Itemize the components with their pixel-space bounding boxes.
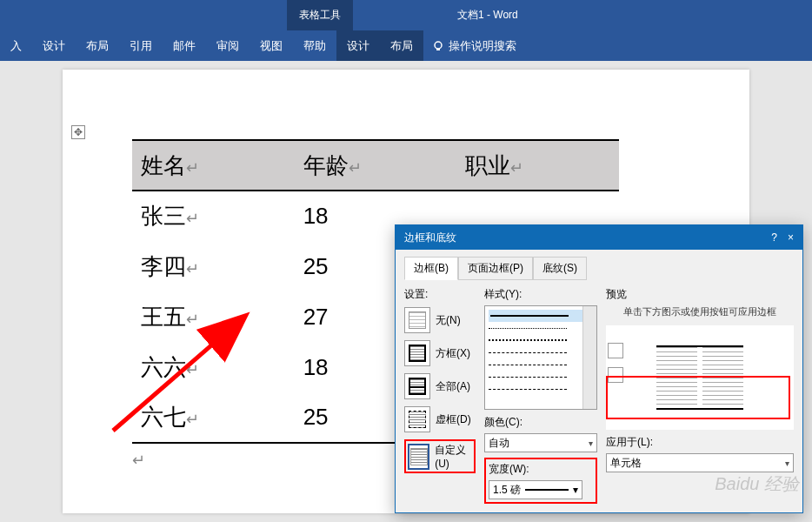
chevron-down-icon: ▾ bbox=[785, 458, 789, 468]
svg-rect-1 bbox=[436, 49, 440, 50]
table-move-handle[interactable]: ✥ bbox=[71, 125, 85, 139]
col-name: 姓名 bbox=[141, 152, 186, 178]
dialog-close-button[interactable]: × bbox=[788, 231, 794, 244]
tab-mailings[interactable]: 邮件 bbox=[163, 38, 206, 54]
borders-shading-dialog: 边框和底纹 ? × 边框(B) 页面边框(P) 底纹(S) 设置: 无(N) 方… bbox=[395, 224, 803, 513]
setting-custom[interactable] bbox=[408, 444, 429, 470]
setting-all[interactable] bbox=[404, 373, 430, 399]
dialog-help-button[interactable]: ? bbox=[771, 231, 777, 244]
ribbon-tabs: 入 设计 布局 引用 邮件 审阅 视图 帮助 设计 布局 操作说明搜索 bbox=[0, 30, 812, 61]
tab-insert[interactable]: 入 bbox=[0, 38, 32, 54]
tab-view[interactable]: 视图 bbox=[250, 38, 293, 54]
tab-design[interactable]: 设计 bbox=[32, 38, 76, 54]
style-label: 样式(Y): bbox=[484, 287, 597, 302]
width-label: 宽度(W): bbox=[489, 462, 593, 477]
tab-borders[interactable]: 边框(B) bbox=[404, 257, 458, 280]
preview-top-btn[interactable] bbox=[608, 343, 623, 358]
tab-page-border[interactable]: 页面边框(P) bbox=[458, 257, 533, 280]
setting-none[interactable] bbox=[404, 307, 430, 333]
tab-review[interactable]: 审阅 bbox=[206, 38, 250, 54]
preview-diagram[interactable] bbox=[606, 325, 794, 430]
dialog-title: 边框和底纹 bbox=[404, 231, 456, 245]
tab-table-design[interactable]: 设计 bbox=[336, 30, 380, 61]
tell-me-search[interactable]: 操作说明搜索 bbox=[432, 38, 516, 54]
setting-dash[interactable] bbox=[404, 406, 430, 432]
tab-shading[interactable]: 底纹(S) bbox=[533, 257, 587, 280]
tab-layout[interactable]: 布局 bbox=[76, 38, 119, 54]
style-listbox[interactable] bbox=[484, 305, 597, 410]
setting-box[interactable] bbox=[404, 340, 430, 366]
chevron-down-icon: ▾ bbox=[573, 484, 578, 496]
table-tools-tab: 表格工具 bbox=[287, 0, 353, 30]
color-label: 颜色(C): bbox=[484, 415, 597, 430]
document-title: 文档1 - Word bbox=[457, 8, 518, 23]
tab-references[interactable]: 引用 bbox=[119, 38, 163, 54]
color-select[interactable]: 自动▾ bbox=[484, 433, 597, 452]
tab-help[interactable]: 帮助 bbox=[293, 38, 336, 54]
col-job: 职业 bbox=[465, 152, 510, 178]
svg-point-0 bbox=[435, 42, 442, 49]
tab-table-layout[interactable]: 布局 bbox=[380, 30, 423, 61]
width-select[interactable]: 1.5 磅 ▾ bbox=[489, 480, 582, 499]
tell-me-label: 操作说明搜索 bbox=[449, 38, 516, 54]
apply-label: 应用于(L): bbox=[606, 435, 794, 450]
table-header-row[interactable]: 姓名↵ 年龄↵ 职业↵ bbox=[132, 140, 619, 191]
lightbulb-icon bbox=[432, 40, 444, 52]
settings-label: 设置: bbox=[404, 287, 476, 302]
apply-select[interactable]: 单元格▾ bbox=[606, 453, 794, 472]
chevron-down-icon: ▾ bbox=[589, 438, 593, 448]
style-scrollbar[interactable] bbox=[582, 306, 596, 409]
preview-mid-btn[interactable] bbox=[608, 367, 623, 383]
preview-label: 预览 bbox=[606, 287, 794, 302]
preview-note: 单击下方图示或使用按钮可应用边框 bbox=[606, 305, 794, 318]
col-age: 年龄 bbox=[303, 152, 349, 178]
